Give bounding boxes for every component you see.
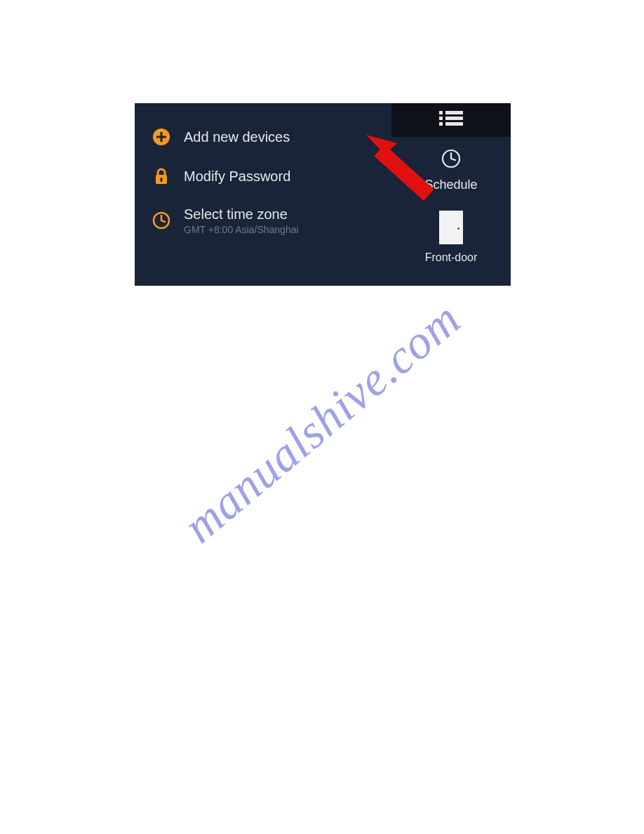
svg-rect-14 <box>439 122 443 126</box>
svg-rect-10 <box>439 111 443 114</box>
door-icon <box>439 211 463 244</box>
watermark-text: manualshive.com <box>173 291 471 554</box>
side-panel: Schedule Front-door <box>391 103 511 286</box>
lock-icon <box>152 166 171 186</box>
side-topbar <box>391 103 511 137</box>
svg-rect-2 <box>156 136 166 138</box>
schedule-label: Schedule <box>424 178 477 192</box>
menu-item-time-zone[interactable]: Select time zone GMT +8:00 Asia/Shanghai <box>149 196 391 245</box>
clock-outline-icon <box>441 148 462 172</box>
svg-rect-12 <box>439 117 443 120</box>
main-menu-panel: Add new devices Modify Password <box>135 103 391 286</box>
svg-rect-15 <box>445 122 463 126</box>
list-icon[interactable] <box>439 110 463 131</box>
menu-item-modify-password[interactable]: Modify Password <box>149 157 391 196</box>
app-screenshot: Add new devices Modify Password <box>135 103 511 286</box>
menu-sublabel: GMT +8:00 Asia/Shanghai <box>184 224 299 235</box>
svg-line-7 <box>161 220 165 222</box>
plus-icon <box>152 127 171 147</box>
menu-label: Modify Password <box>184 168 290 185</box>
svg-line-18 <box>451 159 455 160</box>
svg-rect-4 <box>161 178 163 182</box>
menu-label: Add new devices <box>184 128 290 145</box>
menu-label: Select time zone <box>184 206 299 223</box>
device-front-door[interactable]: Front-door <box>425 192 478 264</box>
menu-item-add-devices[interactable]: Add new devices <box>149 117 391 157</box>
svg-rect-11 <box>445 111 463 114</box>
clock-icon <box>152 211 171 230</box>
device-label: Front-door <box>425 251 478 264</box>
schedule-button[interactable]: Schedule <box>424 137 477 192</box>
svg-rect-13 <box>445 117 463 120</box>
